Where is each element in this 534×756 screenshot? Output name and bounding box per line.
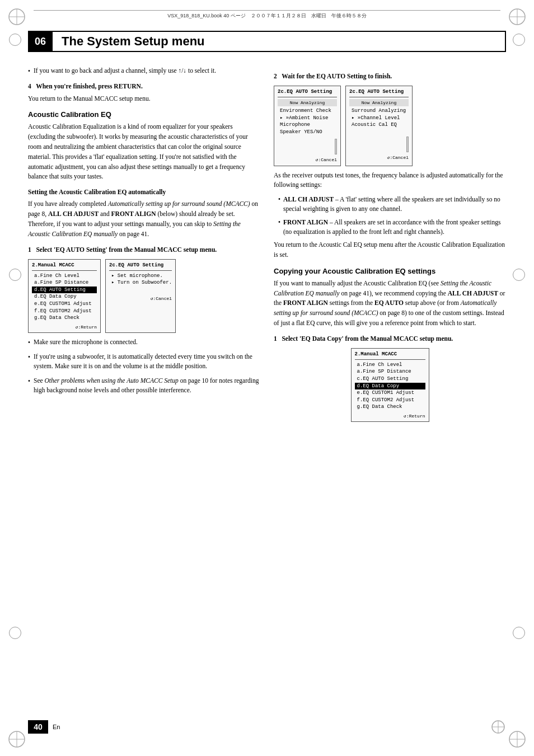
auto-eq-sub-heading: Setting the Acoustic Calibration EQ auto… — [28, 187, 260, 197]
top-bar: VSX_918_818_KU.book 40 ページ ２００７年１１月２８日 水… — [34, 10, 500, 20]
copy-screen-item-5: e.EQ CUSTOM1 Adjust — [355, 389, 425, 397]
copy-step1-heading: 1 Select 'EQ Data Copy' from the Manual … — [274, 334, 506, 344]
bold-all-ch-3: ALL CH ADJUST — [448, 290, 498, 297]
chapter-title: The System Setup menu — [62, 34, 205, 49]
page-footer: 40 En — [28, 720, 60, 734]
step4-number: 4 — [28, 83, 31, 90]
progress-bar-1 — [335, 139, 337, 154]
corner-mark-tr — [506, 6, 528, 28]
chapter-header: 06 The System Setup menu — [28, 31, 506, 52]
side-reg-left-top — [9, 34, 21, 46]
bullet-other-problems: • See Other problems when using the Auto… — [28, 376, 260, 396]
main-content: • If you want to go back and adjust a ch… — [28, 62, 506, 426]
bullet-other-text: See Other problems when using the Auto M… — [34, 376, 260, 396]
intro-bullet-text: If you want to go back and adjust a chan… — [34, 66, 216, 76]
italic-other-problems: Other problems when using the Auto MCACC… — [45, 377, 179, 384]
acoustic-eq-body: Acoustic Calibration Equalization is a k… — [28, 122, 260, 182]
bullet-dot-sub: • — [28, 353, 30, 372]
bold-all-ch: ALL CH ADJUST — [48, 210, 99, 217]
screen4-acoustic: Acoustic Cal EQ — [349, 121, 409, 129]
screen1-title: 2.Manual MCACC — [32, 262, 97, 271]
acoustic-eq-heading: Acoustic Calibration EQ — [28, 110, 260, 119]
screen3-env: Environment Check — [278, 107, 337, 115]
page-lang: En — [53, 724, 60, 730]
step4-heading-text: 4 When you're finished, press RETURN. — [28, 83, 143, 90]
copy-step1-label: 1 Select 'EQ Data Copy' from the Manual … — [274, 335, 453, 342]
progress-bar-2 — [406, 137, 409, 152]
bold-front-align: FRONT ALIGN — [111, 210, 156, 217]
italic-manual-eq: Setting the Acoustic Calibration EQ manu… — [28, 220, 241, 237]
bullet-subwoofer: • If you're using a subwoofer, it is aut… — [28, 352, 260, 372]
chapter-title-box: The System Setup menu — [53, 31, 506, 52]
auto-eq-sub-body: If you have already completed Automatica… — [28, 199, 260, 239]
bold-front-align-3: FRONT ALIGN — [283, 299, 328, 306]
italic-auto-setting: Automatically setting up for surround so… — [108, 200, 250, 207]
screen3-analyzing: Now Analyzing — [278, 99, 337, 106]
step4-heading: 4 When you're finished, press RETURN. — [28, 82, 260, 91]
copy-screen-container: 2.Manual MCACC a.Fine Ch Level a.Fine SP… — [274, 348, 506, 422]
screen1-item-4: d.EQ Data Copy — [32, 293, 97, 300]
screen1-footer: ↺:Return — [32, 324, 97, 330]
copying-heading: Copying your Acoustic Calibration EQ set… — [274, 267, 506, 275]
side-reg-right-bot — [513, 627, 525, 639]
top-bar-text: VSX_918_818_KU.book 40 ページ ２００７年１１月２８日 水… — [167, 13, 367, 18]
screen4-surround: Surround Analyzing — [349, 107, 409, 115]
screen2-item-1: Set microphone. — [109, 273, 172, 280]
after-analyze-text: As the receiver outputs test tones, the … — [274, 171, 506, 191]
step1-heading: 1 Select 'EQ AUTO Setting' from the Manu… — [28, 245, 260, 255]
left-column: • If you want to go back and adjust a ch… — [28, 66, 260, 426]
screen4-footer: ↺:Cancel — [349, 154, 409, 161]
copy-screen-item-7: g.EQ Data Check — [355, 403, 425, 411]
bullet-mic-text: Make sure the microphone is connected. — [34, 337, 138, 348]
screen1-item-6: f.EQ CUSTOM2 Adjust — [32, 308, 97, 315]
bullet-dot-other: • — [28, 377, 30, 396]
bullet-front-align: • FRONT ALIGN – All speakers are set in … — [274, 218, 506, 237]
screen-eq-auto: 2c.EQ AUTO Setting Set microphone. Turn … — [105, 259, 176, 333]
step2-heading: 2 Wait for the EQ AUTO Setting to finish… — [274, 72, 506, 81]
chapter-number: 06 — [28, 31, 53, 52]
step2-screens: 2c.EQ AUTO Setting Now Analyzing Environ… — [274, 86, 506, 166]
bullet-sub-text: If you're using a subwoofer, it is autom… — [34, 352, 260, 372]
side-reg-left-mid — [9, 269, 21, 281]
corner-mark-tl — [6, 6, 28, 28]
screen1-item-3: d.EQ AUTO Setting — [32, 287, 97, 294]
screen-analyzing-1: 2c.EQ AUTO Setting Now Analyzing Environ… — [274, 86, 341, 166]
two-col-layout: • If you want to go back and adjust a ch… — [28, 66, 506, 426]
screen1-item-7: g.EQ Data Check — [32, 314, 97, 322]
screen1-item-1: a.Fine Ch Level — [32, 273, 97, 280]
copy-screen-item-1: a.Fine Ch Level — [355, 361, 425, 369]
right-column: 2 Wait for the EQ AUTO Setting to finish… — [274, 66, 506, 426]
screen4-channel: »Channel Level — [349, 115, 409, 122]
corner-mark-br — [506, 728, 528, 750]
step1-label: 1 Select 'EQ AUTO Setting' from the Manu… — [28, 246, 217, 253]
screen4-title: 2c.EQ AUTO Setting — [349, 88, 409, 97]
bullet-microphone: • Make sure the microphone is connected. — [28, 337, 260, 348]
step4-label: When you're finished, press RETURN. — [36, 83, 143, 90]
bold-eq-auto: EQ AUTO — [374, 299, 404, 306]
copy-screen-item-2: a.Fine SP Distance — [355, 368, 425, 375]
bullet-dot-allch: • — [278, 195, 280, 214]
bullet-allch-text: ALL CH ADJUST – A 'flat' setting where a… — [283, 195, 506, 214]
copy-screen-item-3: c.EQ AUTO Setting — [355, 375, 425, 383]
screen1-item-5: e.EQ CUSTOM1 Adjust — [32, 300, 97, 308]
screen4-analyzing: Now Analyzing — [349, 99, 409, 106]
screen3-mic: Microphone — [278, 121, 337, 129]
bullet-dot-mic: • — [28, 338, 30, 348]
bullet-dot-front: • — [278, 218, 280, 237]
bold-all-ch-2: ALL CH ADJUST — [283, 196, 334, 203]
bottom-reg-right — [490, 719, 506, 735]
step1-screens: 2.Manual MCACC a.Fine Ch Level a.Fine SP… — [28, 259, 260, 333]
screen-analyzing-2: 2c.EQ AUTO Setting Now Analyzing Surroun… — [345, 86, 413, 166]
screen1-item-2: a.Fine SP Distance — [32, 279, 97, 287]
screen3-ambient: »Ambient Noise — [278, 115, 337, 122]
side-reg-left-bot — [9, 627, 21, 639]
screen2-title: 2c.EQ AUTO Setting — [109, 262, 172, 271]
copy-screen-footer: ↺:Return — [355, 413, 425, 419]
side-reg-right-top — [513, 34, 525, 46]
bullet-all-ch: • ALL CH ADJUST – A 'flat' setting where… — [274, 195, 506, 214]
step4-body: You return to the Manual MCACC setup men… — [28, 94, 260, 104]
corner-mark-bl — [6, 728, 28, 750]
intro-bullet: • If you want to go back and adjust a ch… — [28, 66, 260, 76]
screen3-title: 2c.EQ AUTO Setting — [278, 88, 337, 97]
return-text: You return to the Acoustic Cal EQ setup … — [274, 240, 506, 260]
